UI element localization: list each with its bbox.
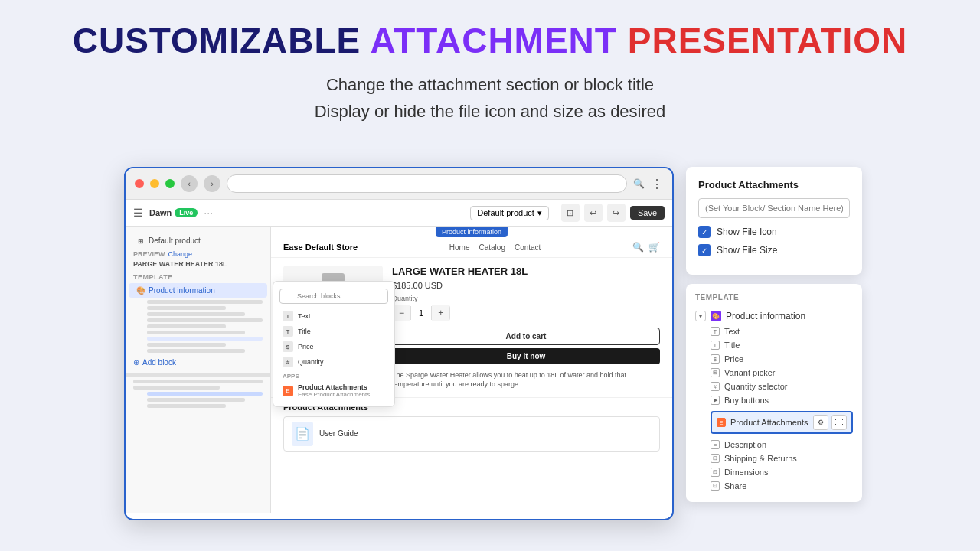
toolbar-actions: ⊡ ↩ ↪ Save bbox=[561, 204, 665, 222]
attachment-settings-icon[interactable]: ⚙ bbox=[813, 415, 828, 430]
maximize-dot[interactable] bbox=[165, 179, 175, 188]
show-icon-label: Show File Icon bbox=[717, 227, 777, 237]
tree-root-item[interactable]: ▾ 🎨 Product information bbox=[695, 308, 853, 324]
title-attachment: ATTACHMENT bbox=[370, 21, 617, 60]
attachment-tree-actions: ⚙ ⋮⋮ bbox=[813, 415, 847, 430]
browser-chrome: ‹ › 🔍 ⋮ bbox=[126, 168, 672, 200]
viewport-icon[interactable]: ⊡ bbox=[561, 204, 580, 222]
tree-children: T Text T Title $ Price ⊞ Variant picker … bbox=[695, 324, 853, 493]
config-panel-title: Product Attachments bbox=[698, 179, 850, 191]
title-tree-icon: T bbox=[710, 341, 720, 350]
product-area: 🔍 T Text T Title bbox=[271, 258, 672, 397]
right-panel: Product Attachments ✓ Show File Icon ✓ S… bbox=[686, 167, 862, 502]
sidebar-product-information[interactable]: 🎨 Product information bbox=[129, 283, 267, 298]
dimensions-tree-icon: ⊡ bbox=[710, 468, 720, 477]
quantity-value: 1 bbox=[410, 306, 432, 320]
search-icon: 🔍 bbox=[633, 178, 645, 189]
show-size-label: Show File Size bbox=[717, 245, 777, 256]
show-icon-row: ✓ Show File Icon bbox=[698, 226, 850, 238]
block-icon-qty: # bbox=[283, 357, 293, 367]
preview-row: PREVIEW Change bbox=[126, 249, 270, 259]
close-dot[interactable] bbox=[135, 179, 144, 188]
tree-item-title[interactable]: T Title bbox=[710, 338, 853, 352]
tree-item-quantity-selector[interactable]: # Quantity selector bbox=[710, 380, 853, 393]
theme-more-button[interactable]: ··· bbox=[204, 207, 213, 219]
undo-icon[interactable]: ↩ bbox=[584, 204, 603, 222]
block-list-item-title[interactable]: T Title bbox=[279, 324, 388, 339]
tree-item-variant-picker[interactable]: ⊞ Variant picker bbox=[710, 366, 853, 380]
quantity-increase[interactable]: + bbox=[432, 305, 449, 321]
nav-home[interactable]: Home bbox=[449, 243, 470, 252]
tree-item-description[interactable]: ≡ Description bbox=[710, 438, 853, 452]
live-badge: Live bbox=[175, 208, 198, 217]
attachment-handle-icon[interactable]: ⋮⋮ bbox=[831, 415, 847, 430]
block-list-item-price[interactable]: $ Price bbox=[279, 339, 388, 354]
title-customizable: CUSTOMIZABLE bbox=[73, 21, 361, 60]
sidebar-default-product[interactable]: ⊞ Default product bbox=[129, 233, 267, 248]
search-store-icon[interactable]: 🔍 bbox=[632, 242, 644, 253]
show-size-checkbox[interactable]: ✓ bbox=[698, 244, 710, 256]
block-name-input[interactable] bbox=[698, 198, 850, 218]
share-tree-icon: ⊡ bbox=[710, 481, 720, 491]
quantity-decrease[interactable]: − bbox=[393, 305, 410, 321]
editor-body: ⊞ Default product PREVIEW Change PARGE W… bbox=[126, 227, 672, 513]
store-nav-links: Home Catalog Contact bbox=[449, 243, 541, 252]
attachment-name: User Guide bbox=[319, 429, 358, 438]
buy-now-button[interactable]: Buy it now bbox=[392, 348, 660, 364]
block-icon-price: $ bbox=[283, 341, 293, 352]
preview-value: PARGE WATER HEATER 18L bbox=[126, 259, 270, 269]
search-input-wrapper: 🔍 bbox=[279, 288, 388, 304]
theme-badge: Dawn Live bbox=[149, 208, 198, 217]
show-icon-checkbox[interactable]: ✓ bbox=[698, 226, 710, 238]
product-selector[interactable]: Default product ▾ bbox=[470, 206, 549, 220]
redo-icon[interactable]: ↪ bbox=[607, 204, 626, 222]
subtitle: Change the attachment section or block t… bbox=[46, 71, 934, 125]
block-icon-title: T bbox=[283, 326, 293, 337]
chevron-down-icon: ▾ bbox=[537, 208, 542, 218]
tree-item-shipping[interactable]: ⊡ Shipping & Returns bbox=[710, 452, 853, 465]
left-sidebar: ⊞ Default product PREVIEW Change PARGE W… bbox=[126, 227, 271, 513]
text-tree-icon: T bbox=[710, 327, 720, 336]
tree-item-text[interactable]: T Text bbox=[710, 324, 853, 338]
tree-item-share[interactable]: ⊡ Share bbox=[710, 479, 853, 493]
attachments-tree-icon: E bbox=[717, 418, 726, 427]
block-icon-attachments: E bbox=[283, 386, 293, 396]
save-button[interactable]: Save bbox=[630, 206, 665, 220]
grid-icon: ⊞ bbox=[136, 237, 145, 245]
variant-tree-icon: ⊞ bbox=[710, 368, 720, 377]
block-list-item[interactable]: T Text bbox=[279, 308, 388, 324]
add-block-button[interactable]: ⊕ Add block bbox=[126, 355, 270, 370]
config-panel: Product Attachments ✓ Show File Icon ✓ S… bbox=[686, 167, 862, 275]
buy-tree-icon: ▶ bbox=[710, 396, 720, 405]
tree-item-product-attachments[interactable]: E Product Attachments ⚙ ⋮⋮ bbox=[710, 409, 853, 436]
change-link[interactable]: Change bbox=[168, 250, 193, 258]
nav-contact[interactable]: Contact bbox=[514, 243, 541, 252]
browser-frame: ‹ › 🔍 ⋮ ☰ Dawn Live ··· Default product … bbox=[124, 167, 674, 520]
title-presentation: PRESENTATION bbox=[628, 21, 908, 60]
apps-section-label: APPS bbox=[279, 370, 388, 381]
header-section: CUSTOMIZABLE ATTACHMENT PRESENTATION Cha… bbox=[0, 0, 980, 140]
tree-item-price[interactable]: $ Price bbox=[710, 352, 853, 366]
price-tree-icon: $ bbox=[710, 354, 720, 364]
search-blocks-input[interactable] bbox=[279, 289, 388, 304]
nav-catalog[interactable]: Catalog bbox=[479, 243, 505, 252]
template-panel: TEMPLATE ▾ 🎨 Product information T Text … bbox=[686, 284, 862, 502]
block-list-item-attachments[interactable]: E Product Attachments Ease Product Attac… bbox=[279, 381, 388, 400]
store-nav-icons: 🔍 🛒 bbox=[632, 242, 660, 253]
forward-button[interactable]: › bbox=[204, 175, 220, 192]
address-bar[interactable] bbox=[227, 174, 627, 193]
tree-item-buy-buttons[interactable]: ▶ Buy buttons bbox=[710, 393, 853, 407]
add-to-cart-button[interactable]: Add to cart bbox=[392, 328, 660, 345]
menu-icon[interactable]: ☰ bbox=[133, 207, 143, 219]
product-info-tree-icon: 🎨 bbox=[710, 311, 721, 321]
more-button[interactable]: ⋮ bbox=[651, 177, 663, 191]
minimize-dot[interactable] bbox=[150, 179, 159, 188]
block-list-item-qty[interactable]: # Quantity bbox=[279, 354, 388, 370]
cart-icon[interactable]: 🛒 bbox=[648, 242, 660, 253]
store-nav: Ease Default Store Home Catalog Contact … bbox=[271, 237, 672, 258]
expand-icon: ▾ bbox=[695, 311, 706, 321]
back-button[interactable]: ‹ bbox=[181, 175, 198, 192]
quantity-tree-icon: # bbox=[710, 382, 720, 391]
tree-item-dimensions[interactable]: ⊡ Dimensions bbox=[710, 465, 853, 479]
shipping-tree-icon: ⊡ bbox=[710, 454, 720, 463]
